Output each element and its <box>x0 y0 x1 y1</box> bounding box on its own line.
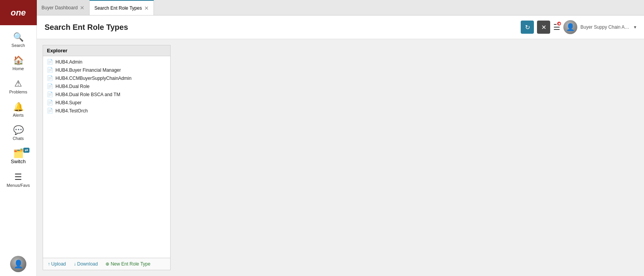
upload-link[interactable]: ↑ Upload <box>48 261 66 267</box>
document-icon: 📄 <box>47 83 53 89</box>
explorer-panel: Explorer 📄 HUB4.Admin 📄 HUB4.Buyer Finan… <box>43 45 171 270</box>
tab-bar: Buyer Dashboard ✕ Search Ent Role Types … <box>37 0 644 16</box>
upload-arrow-icon: ↑ <box>48 261 50 267</box>
document-icon: 📄 <box>47 100 53 105</box>
logo-text: one <box>10 8 26 18</box>
sidebar-label-chats: Chats <box>13 136 24 141</box>
refresh-button[interactable]: ↻ <box>521 21 534 34</box>
page-header: Search Ent Role Types ↻ ✕ ☰ ★ 👤 Buyer Su… <box>37 16 644 39</box>
chat-icon: 💬 <box>13 125 24 135</box>
new-ent-role-type-link[interactable]: ⊕ New Ent Role Type <box>105 261 150 267</box>
sidebar-item-home[interactable]: 🏠 Home <box>0 52 36 75</box>
sidebar-label-switch: Switch <box>11 159 26 164</box>
item-label: HUB4.TestOrch <box>55 108 88 114</box>
refresh-icon: ↻ <box>525 24 530 31</box>
list-item[interactable]: 📄 HUB4.TestOrch <box>43 107 170 115</box>
sidebar-label-search: Search <box>12 43 25 48</box>
app-logo[interactable]: one <box>0 0 37 25</box>
document-icon: 📄 <box>47 108 53 114</box>
content-area: Explorer 📄 HUB4.Admin 📄 HUB4.Buyer Finan… <box>37 39 644 276</box>
sidebar-label-alerts: Alerts <box>13 113 24 117</box>
tab-search-ent-role-types[interactable]: Search Ent Role Types ✕ <box>90 0 154 15</box>
item-label: HUB4.CCMBuyerSupplyChainAdmin <box>55 76 131 81</box>
tab-close-buyer-dashboard[interactable]: ✕ <box>80 5 85 10</box>
sidebar-bottom-avatar[interactable]: 👤 <box>10 256 26 272</box>
switch-icon: 🗂️ <box>13 148 24 159</box>
explorer-list: 📄 HUB4.Admin 📄 HUB4.Buyer Financial Mana… <box>43 56 170 258</box>
sidebar-user-avatar: 👤 <box>10 256 26 272</box>
sidebar: one 🔍 Search 🏠 Home ⚠ Problems 🔔 Alerts … <box>0 0 37 276</box>
list-item[interactable]: 📄 HUB4.Super <box>43 98 170 107</box>
close-icon: ✕ <box>541 24 546 31</box>
tab-label-buyer-dashboard: Buyer Dashboard <box>41 5 78 10</box>
document-icon: 📄 <box>47 67 53 73</box>
upload-label: Upload <box>51 261 66 267</box>
list-item[interactable]: 📄 HUB4.Dual Role <box>43 82 170 90</box>
sidebar-item-search[interactable]: 🔍 Search <box>0 28 36 52</box>
close-button[interactable]: ✕ <box>537 21 550 34</box>
list-item[interactable]: 📄 HUB4.Dual Role BSCA and TM <box>43 90 170 98</box>
download-arrow-icon: ↓ <box>74 261 76 267</box>
item-label: HUB4.Dual Role <box>55 84 90 89</box>
main-area: Buyer Dashboard ✕ Search Ent Role Types … <box>37 0 644 276</box>
document-icon: 📄 <box>47 91 53 97</box>
sidebar-item-chats[interactable]: 💬 Chats <box>0 121 36 145</box>
user-info[interactable]: 👤 Buyer Suppy Chain Admin ▾ <box>563 20 636 34</box>
notification-star: ★ <box>558 22 561 26</box>
sidebar-label-home: Home <box>12 66 24 71</box>
sidebar-item-alerts[interactable]: 🔔 Alerts <box>0 98 36 121</box>
sidebar-item-menus-favs[interactable]: ☰ Menus/Favs <box>0 168 36 191</box>
sidebar-item-problems[interactable]: ⚠ Problems <box>0 75 36 98</box>
user-name: Buyer Suppy Chain Admin <box>580 24 631 30</box>
explorer-header: Explorer <box>43 45 170 56</box>
item-label: HUB4.Super <box>55 100 81 105</box>
header-actions: ↻ ✕ ☰ ★ 👤 Buyer Suppy Chain Admin ▾ <box>521 20 636 34</box>
item-label: HUB4.Admin <box>55 59 82 65</box>
bell-icon: 🔔 <box>13 102 24 112</box>
sidebar-item-switch[interactable]: 🗂️ ⇄ Switch <box>0 145 36 168</box>
chevron-down-icon: ▾ <box>634 24 636 30</box>
download-link[interactable]: ↓ Download <box>74 261 98 267</box>
menu-icon: ☰ <box>14 172 22 182</box>
hamburger-menu-button[interactable]: ☰ ★ <box>553 22 560 32</box>
list-item[interactable]: 📄 HUB4.CCMBuyerSupplyChainAdmin <box>43 74 170 82</box>
warning-icon: ⚠ <box>14 79 22 89</box>
tab-buyer-dashboard[interactable]: Buyer Dashboard ✕ <box>37 0 90 15</box>
notification-badge: ★ <box>556 21 562 26</box>
plus-icon: ⊕ <box>105 261 109 267</box>
home-icon: 🏠 <box>13 55 24 66</box>
sidebar-label-menus-favs: Menus/Favs <box>7 183 30 188</box>
item-label: HUB4.Buyer Financial Manager <box>55 67 121 73</box>
sidebar-label-problems: Problems <box>9 90 27 94</box>
document-icon: 📄 <box>47 59 53 65</box>
new-ent-role-type-label: New Ent Role Type <box>110 261 150 267</box>
switch-badge: ⇄ <box>23 148 29 153</box>
explorer-footer: ↑ Upload ↓ Download ⊕ New Ent Role Type <box>43 258 170 270</box>
list-item[interactable]: 📄 HUB4.Buyer Financial Manager <box>43 66 170 74</box>
tab-label-search-ent-role-types: Search Ent Role Types <box>94 5 142 11</box>
download-label: Download <box>77 261 98 267</box>
search-icon: 🔍 <box>13 32 24 42</box>
item-label: HUB4.Dual Role BSCA and TM <box>55 92 120 97</box>
user-avatar: 👤 <box>563 20 577 34</box>
tab-close-search-ent-role-types[interactable]: ✕ <box>144 5 149 11</box>
list-item[interactable]: 📄 HUB4.Admin <box>43 58 170 66</box>
page-title: Search Ent Role Types <box>45 23 128 32</box>
document-icon: 📄 <box>47 75 53 81</box>
